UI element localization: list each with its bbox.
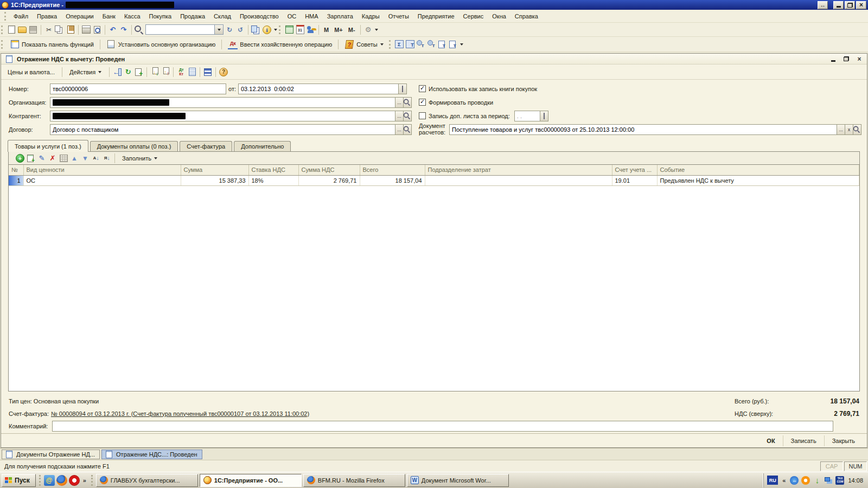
undo-icon[interactable]: ↶ (108, 25, 118, 35)
menu-item-purchase[interactable]: Покупка (145, 11, 176, 21)
ok-button[interactable]: ОК (759, 435, 782, 446)
move-down-icon[interactable]: ▼ (80, 153, 90, 163)
quicklaunch-opera-icon[interactable] (69, 475, 80, 486)
dropdown-arrow-icon[interactable] (459, 40, 464, 49)
settlement-search-button[interactable] (853, 124, 861, 135)
tab-additional[interactable]: Дополнительно (234, 141, 291, 151)
date-calendar-button[interactable] (399, 84, 407, 94)
tab-payment-documents[interactable]: Документы оплаты (0 поз.) (90, 141, 178, 151)
open-icon[interactable] (17, 25, 27, 35)
dropdown-arrow-icon[interactable] (374, 25, 379, 34)
close-document-button[interactable]: Закрыть (824, 435, 863, 446)
period-input[interactable] (514, 111, 540, 121)
quicklaunch-firefox-icon[interactable] (56, 475, 67, 486)
organization-lookup-button[interactable]: ... (395, 97, 404, 108)
menu-item-salary[interactable]: Зарплата (323, 11, 357, 21)
memory-minus-button[interactable]: M- (346, 25, 358, 34)
taxcom-tray-icon[interactable]: TAXCOM (835, 476, 844, 485)
print-icon[interactable] (81, 25, 91, 35)
menu-item-reports[interactable]: Отчеты (385, 11, 413, 21)
window-tab-documents-list[interactable]: Документы Отражение НД... (2, 450, 100, 459)
book-purchases-checkbox[interactable] (419, 85, 426, 92)
language-indicator[interactable]: RU (767, 476, 778, 485)
dropdown-arrow-icon[interactable] (273, 25, 278, 34)
menu-item-service[interactable]: Сервис (459, 11, 488, 21)
settlement-clear-button[interactable]: x (845, 124, 853, 135)
enter-business-operation-button[interactable]: Дк Ввести хозяйственную операцию (225, 38, 335, 51)
menu-item-file[interactable]: Файл (10, 11, 32, 21)
document-journal-icon[interactable] (187, 67, 197, 77)
fill-button[interactable]: Заполнить (118, 152, 162, 165)
quicklaunch-mail-icon[interactable]: @ (44, 475, 55, 486)
col-sum[interactable]: Сумма (181, 165, 248, 175)
paste-icon[interactable] (66, 25, 75, 35)
account-report-icon[interactable] (405, 40, 415, 49)
prices-currency-button[interactable]: Цены и валюта... (3, 67, 59, 78)
user-lock-icon[interactable] (306, 25, 316, 35)
account-analysis-icon[interactable] (438, 40, 448, 49)
save-icon[interactable] (28, 25, 38, 35)
menu-item-sales[interactable]: Продажа (176, 11, 209, 21)
teamviewer-tray-icon[interactable] (790, 476, 799, 485)
copy-new-document-icon[interactable] (134, 67, 144, 77)
close-button[interactable]: × (856, 1, 866, 9)
doc-minimize-button[interactable] (829, 55, 838, 63)
tab-goods-services[interactable]: Товары и услуги (1 поз.) (8, 140, 88, 152)
edit-row-icon[interactable]: ✎ (37, 153, 47, 163)
comment-input[interactable] (52, 421, 833, 432)
menu-item-edit[interactable]: Правка (33, 11, 61, 21)
start-button[interactable]: Пуск (2, 474, 36, 487)
tips-button[interactable]: Советы (341, 38, 387, 51)
task-button-firefox-bfm[interactable]: BFM.RU - Mozilla Firefox (303, 474, 405, 487)
number-input[interactable] (50, 84, 226, 94)
menu-item-help[interactable]: Справка (511, 11, 542, 21)
tab-invoice[interactable]: Счет-фактура (180, 141, 232, 151)
doc-close-button[interactable]: × (855, 55, 864, 63)
task-button-1c[interactable]: 1С:Предприятие - ОО... (200, 474, 302, 487)
post-document-icon[interactable] (112, 67, 122, 77)
task-button-firefox-glavbuh[interactable]: ГЛАВБУХ бухгалтерски... (96, 474, 198, 487)
menu-item-operations[interactable]: Операции (62, 11, 97, 21)
find-next-icon[interactable]: ↻ (225, 25, 234, 35)
contract-lookup-button[interactable]: ... (395, 124, 404, 135)
orange-app-tray-icon[interactable] (801, 476, 810, 485)
menu-item-enterprise[interactable]: Предприятие (414, 11, 458, 21)
posting-report-icon[interactable] (449, 40, 458, 49)
col-vat-rate[interactable]: Ставка НДС (248, 165, 298, 175)
cut-icon[interactable]: ✂ (44, 25, 54, 35)
counterparty-search-button[interactable] (404, 111, 412, 121)
col-vat-sum[interactable]: Сумма НДС (298, 165, 360, 175)
table-settings-icon[interactable] (59, 153, 68, 163)
document-structure-icon[interactable] (203, 67, 213, 77)
quicklaunch-overflow-chevron[interactable]: » (81, 477, 88, 484)
settings-wrench-icon[interactable]: ⚙ (363, 25, 373, 35)
find-previous-icon[interactable]: ↺ (235, 25, 245, 35)
menu-item-bank[interactable]: Банк (99, 11, 119, 21)
tray-collapse-chevron[interactable]: « (781, 477, 787, 484)
col-account[interactable]: Счет учета ... (612, 165, 657, 175)
period-calendar-button[interactable] (540, 111, 548, 121)
reread-document-icon[interactable] (123, 67, 133, 77)
sort-descending-icon[interactable]: Я↓ (102, 153, 112, 163)
search-dropdown-icon[interactable] (215, 24, 224, 35)
col-num[interactable]: № (9, 165, 23, 175)
taskbar-clock[interactable]: 14:08 (847, 477, 863, 484)
sort-ascending-icon[interactable]: А↓ (91, 153, 101, 163)
settlement-doc-input[interactable] (449, 124, 837, 135)
date-input[interactable] (238, 84, 399, 94)
counterparty-lookup-button[interactable]: ... (395, 111, 404, 121)
menu-item-windows[interactable]: Окна (488, 11, 510, 21)
menu-item-warehouse[interactable]: Склад (210, 11, 235, 21)
redo-icon[interactable]: ↷ (119, 25, 129, 35)
calendar-icon[interactable] (295, 25, 305, 35)
copy-icon[interactable] (55, 25, 65, 35)
copy-row-icon[interactable] (26, 153, 36, 163)
window-tab-current-document[interactable]: Отражение НДС...: Проведен (101, 450, 202, 459)
search-icon[interactable] (135, 25, 144, 35)
memory-plus-button[interactable]: M+ (332, 25, 345, 34)
menu-item-cash[interactable]: Касса (120, 11, 144, 21)
contract-input[interactable] (50, 124, 395, 135)
turnover-report-icon[interactable] (394, 40, 404, 49)
col-total[interactable]: Всего (360, 165, 425, 175)
print-preview-icon[interactable] (92, 25, 102, 35)
